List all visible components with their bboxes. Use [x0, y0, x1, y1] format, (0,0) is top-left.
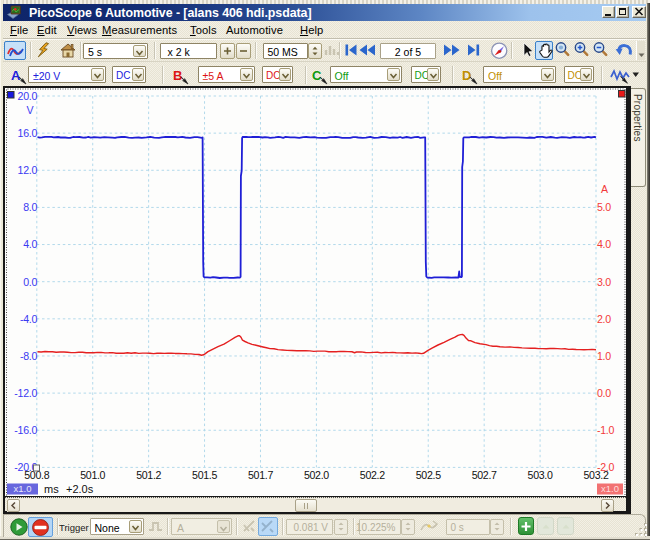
svg-text:V: V [27, 104, 35, 116]
svg-text:ms: ms [44, 483, 59, 495]
svg-text:-4.0: -4.0 [20, 313, 37, 325]
svg-text:8.0: 8.0 [23, 201, 37, 213]
svg-text:503.0: 503.0 [528, 469, 553, 481]
svg-text:+2.0s: +2.0s [66, 483, 94, 495]
svg-text:20.0: 20.0 [18, 90, 38, 102]
svg-text:501.0: 501.0 [80, 469, 105, 481]
svg-text:0.0: 0.0 [597, 387, 611, 399]
svg-text:16.0: 16.0 [18, 127, 38, 139]
svg-text:501.5: 501.5 [192, 469, 217, 481]
svg-text:502.5: 502.5 [416, 469, 441, 481]
svg-text:3.0: 3.0 [597, 276, 611, 288]
svg-text:501.2: 501.2 [136, 469, 161, 481]
svg-text:-8.0: -8.0 [20, 350, 37, 362]
svg-text:0.0: 0.0 [23, 276, 37, 288]
svg-text:502.7: 502.7 [472, 469, 497, 481]
svg-text:-16.0: -16.0 [14, 424, 37, 436]
svg-text:A: A [601, 183, 609, 195]
svg-text:502.2: 502.2 [360, 469, 385, 481]
svg-text:502.0: 502.0 [304, 469, 329, 481]
svg-text:501.7: 501.7 [248, 469, 273, 481]
svg-text:503.2: 503.2 [583, 469, 608, 481]
svg-text:-1.0: -1.0 [597, 424, 614, 436]
svg-text:x1.0: x1.0 [14, 483, 32, 494]
svg-text:x1.0: x1.0 [601, 483, 619, 494]
svg-text:12.0: 12.0 [18, 164, 38, 176]
svg-text:1.0: 1.0 [597, 350, 611, 362]
svg-text:2.0: 2.0 [597, 313, 611, 325]
svg-text:4.0: 4.0 [23, 238, 37, 250]
svg-text:5.0: 5.0 [597, 201, 611, 213]
svg-text:-12.0: -12.0 [14, 387, 37, 399]
svg-text:4.0: 4.0 [597, 238, 611, 250]
